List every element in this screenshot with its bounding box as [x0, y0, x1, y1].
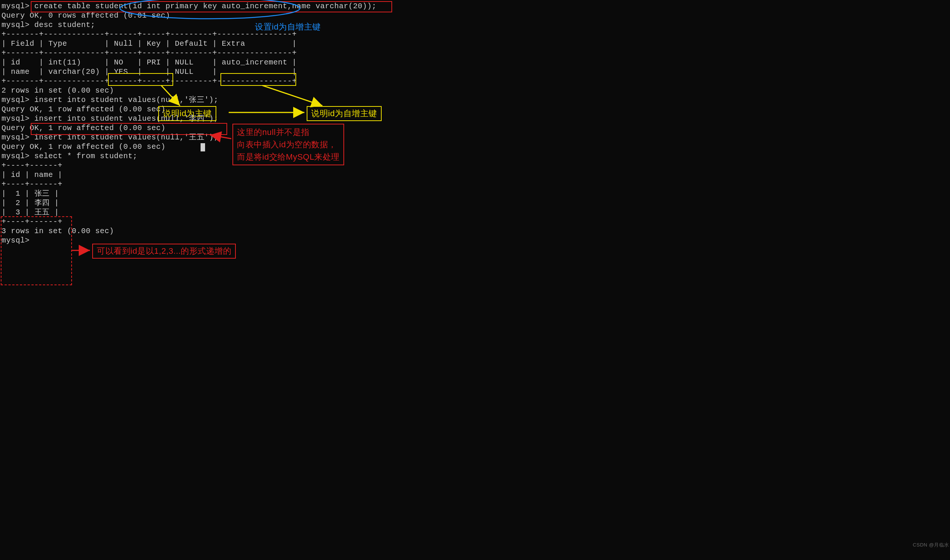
highlight-select-result — [1, 216, 72, 285]
table-border: +----+------+ — [2, 161, 950, 170]
table-row: | 1 | 张三 | — [2, 189, 950, 198]
table-row: | 3 | 王五 | — [2, 208, 950, 217]
annotation-red-line1: 这里的null并不是指 — [237, 126, 340, 138]
annotation-yellow-pk: 说明id为主键 — [158, 106, 216, 121]
table-header: | id | name | — [2, 170, 950, 180]
annotation-red-null-explain: 这里的null并不是指 向表中插入id为空的数据， 而是将id交给MySQL来处… — [232, 124, 344, 165]
table-border: +-------+-------------+------+-----+----… — [2, 29, 950, 39]
result-line: 3 rows in set (0.00 sec) — [2, 226, 950, 236]
sql-insert-line: mysql> insert into student values(null,'… — [2, 95, 950, 105]
highlight-insert-statement — [31, 123, 227, 135]
annotation-yellow-auto-pk: 说明id为自增主键 — [307, 106, 382, 121]
cursor-block — [200, 142, 205, 152]
table-row: | id | int(11) | NO | PRI | NULL | auto_… — [2, 58, 950, 67]
table-header: | Field | Type | Null | Key | Default | … — [2, 39, 950, 48]
table-border: +----+------+ — [2, 180, 950, 189]
table-border: +-------+-------------+------+-----+----… — [2, 48, 950, 58]
annotation-red-increment: 可以看到id是以1,2,3...的形式递增的 — [92, 244, 236, 258]
sql-insert-line: mysql> insert into student values(null,'… — [2, 114, 950, 123]
sql-desc-line: mysql> desc student; — [2, 20, 950, 29]
watermark: CSDN @月临水 — [913, 542, 949, 548]
highlight-create-statement — [31, 1, 392, 12]
result-line: Query OK, 1 row affected (0.00 sec) — [2, 142, 950, 151]
table-border: +----+------+ — [2, 217, 950, 226]
highlight-extra-cell — [220, 73, 296, 86]
annotation-blue-autoincrement: 设置id为自增主键 — [255, 22, 321, 32]
result-line: 2 rows in set (0.00 sec) — [2, 86, 950, 95]
sql-select-line: mysql> select * from student; — [2, 151, 950, 161]
annotation-red-line3: 而是将id交给MySQL来处理 — [237, 151, 340, 163]
result-line: Query OK, 1 row affected (0.00 sec) — [2, 105, 950, 114]
annotation-red-line2: 向表中插入id为空的数据， — [237, 138, 340, 151]
table-row: | 2 | 李四 | — [2, 198, 950, 208]
highlight-null-key-cells — [108, 73, 173, 86]
